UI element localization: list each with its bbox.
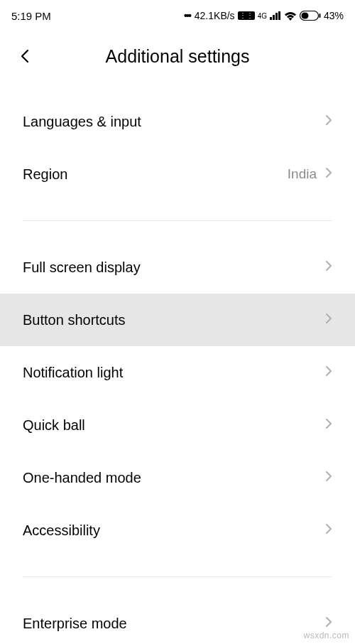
header: Additional settings xyxy=(0,31,355,81)
status-dots-icon: ••• xyxy=(184,10,190,21)
item-value: India xyxy=(288,166,317,182)
svg-rect-1 xyxy=(301,13,308,19)
chevron-right-icon xyxy=(325,167,332,182)
sim-icon: ⋮⋮ xyxy=(238,11,255,20)
item-label: Quick ball xyxy=(23,417,85,434)
battery-icon xyxy=(300,11,321,21)
item-languages-input[interactable]: Languages & input xyxy=(0,95,355,148)
chevron-right-icon xyxy=(325,365,332,380)
item-quick-ball[interactable]: Quick ball xyxy=(0,399,355,451)
item-full-screen-display[interactable]: Full screen display xyxy=(0,241,355,294)
item-button-shortcuts[interactable]: Button shortcuts xyxy=(0,294,355,346)
status-bar: 5:19 PM ••• 42.1KB/s ⋮⋮ 4G 43% xyxy=(0,0,355,31)
item-label: Button shortcuts xyxy=(23,312,126,328)
item-label: Enterprise mode xyxy=(23,616,127,632)
battery-percent: 43% xyxy=(324,10,344,21)
item-one-handed-mode[interactable]: One-handed mode xyxy=(0,451,355,504)
item-label: Languages & input xyxy=(23,114,141,130)
item-label: Notification light xyxy=(23,365,123,381)
signal-icon xyxy=(270,11,281,20)
item-right: India xyxy=(288,166,332,182)
item-enterprise-mode[interactable]: Enterprise mode xyxy=(0,597,355,644)
chevron-right-icon xyxy=(325,616,332,631)
chevron-right-icon xyxy=(325,523,332,538)
item-region[interactable]: Region India xyxy=(0,148,355,200)
section-gap xyxy=(0,200,355,220)
page-title: Additional settings xyxy=(0,46,355,67)
chevron-left-icon xyxy=(18,49,33,63)
item-accessibility[interactable]: Accessibility xyxy=(0,504,355,557)
item-notification-light[interactable]: Notification light xyxy=(0,346,355,399)
watermark: wsxdn.com xyxy=(303,630,349,640)
chevron-right-icon xyxy=(325,313,332,328)
back-button[interactable] xyxy=(11,42,40,70)
item-label: Region xyxy=(23,166,67,183)
wifi-icon xyxy=(284,11,297,21)
section-gap xyxy=(0,557,355,576)
item-label: Full screen display xyxy=(23,259,141,276)
chevron-right-icon xyxy=(325,418,332,433)
section-gap xyxy=(0,577,355,597)
chevron-right-icon xyxy=(325,260,332,275)
status-time: 5:19 PM xyxy=(11,10,51,22)
status-right: ••• 42.1KB/s ⋮⋮ 4G 43% xyxy=(184,10,344,21)
item-label: Accessibility xyxy=(23,522,100,539)
status-net-speed: 42.1KB/s xyxy=(195,10,235,21)
section-gap xyxy=(0,221,355,241)
svg-rect-2 xyxy=(319,14,320,18)
chevron-right-icon xyxy=(325,471,332,485)
chevron-right-icon xyxy=(325,114,332,129)
item-label: One-handed mode xyxy=(23,470,141,486)
network-type-icon: 4G xyxy=(258,12,267,20)
settings-list: Languages & input Region India Full scre… xyxy=(0,81,355,644)
